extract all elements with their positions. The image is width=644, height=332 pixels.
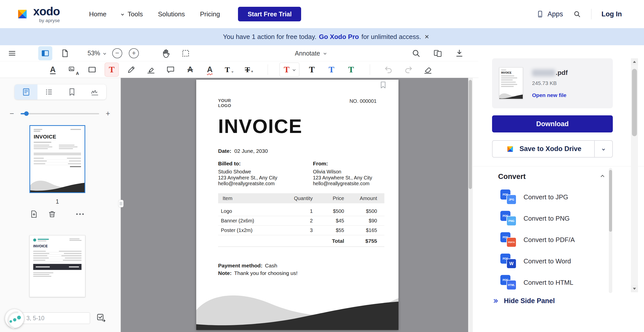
nav-tools[interactable]: Tools [122,10,143,18]
squiggly-underline-tool[interactable]: A [203,63,217,77]
text-style-red-dropdown[interactable]: T [279,63,299,77]
zoom-in-button[interactable]: + [129,48,139,58]
page-view-button[interactable] [58,46,72,60]
mode-dropdown[interactable]: Annotate [290,47,331,59]
select-pages-button[interactable] [96,313,107,324]
page-bookmark-icon[interactable] [380,81,386,89]
table-row: Banner (2x6m) 2 $45 $90 [218,216,384,226]
convert-to-html[interactable]: PDF HTML Convert to HTML [500,275,575,290]
convert-to-word[interactable]: PDF W Convert to Word [500,254,575,269]
convert-to-png[interactable]: PDF PNG Convert to PNG [500,211,575,226]
banner-close-button[interactable]: × [425,32,429,41]
pdf-page[interactable]: YOUR LOGO NO. 000001 INVOICE Date:02 Jun… [196,80,398,330]
main-toolbar: 53% − + Annotate [0,45,478,61]
page-thumbnail-1[interactable]: INVOICE [29,125,85,193]
convert-scrollbar[interactable] [609,168,612,293]
tab-signatures[interactable] [83,84,106,100]
login-link[interactable]: Log In [601,10,622,18]
invoice-table: Item Quantity Price Amount Logo 1 $500 $… [218,193,384,247]
start-free-trial-button[interactable]: Start Free Trial [238,7,301,21]
panel-scrollbar[interactable] [631,58,638,292]
search-document-button[interactable] [409,46,423,60]
xodo-drive-icon [505,144,515,154]
go-xodo-pro-link[interactable]: Go Xodo Pro [319,33,359,41]
strikethrough-tool[interactable]: A [183,63,197,77]
text-style-green[interactable]: T [344,63,358,77]
zoom-level-dropdown[interactable]: 53% [88,50,106,57]
delete-page-icon[interactable] [48,210,57,219]
viewer-scrollbar[interactable] [468,78,472,332]
apps-menu[interactable]: Apps [536,10,563,18]
compare-pages-button[interactable] [431,46,445,60]
download-button[interactable]: Download [492,115,613,132]
text-style-black[interactable]: T [305,63,319,77]
undo-icon [384,65,393,74]
thumbnail-larger-button[interactable]: + [103,109,113,118]
brand-byline: by apryse [39,18,60,23]
free-text-tool-active[interactable]: T [105,63,119,77]
zoom-out-button[interactable]: − [112,48,122,58]
save-options-caret[interactable] [594,141,612,157]
search-icon [411,49,421,58]
highlighter-tool[interactable] [144,63,158,77]
convert-section-header[interactable]: Convert [498,172,604,181]
file-format-icon: PDF JPG [500,189,516,205]
viewer-scrollbar-thumb[interactable] [469,80,472,189]
nav-home[interactable]: Home [89,10,106,18]
nav-solutions[interactable]: Solutions [158,10,185,18]
banner-text: You have 1 action for free today. [223,33,316,41]
insert-page-icon[interactable] [29,210,38,219]
callout-tool[interactable]: A [65,63,79,77]
double-chevron-right-icon [494,300,497,302]
convert-to-jpg[interactable]: PDF JPG Convert to JPG [500,189,575,205]
tab-bookmarks[interactable] [60,84,83,100]
table-total-row: Total $755 [218,235,384,247]
eraser-tool[interactable] [421,63,435,77]
top-nav: xodo by apryse Home Tools Solutions Pric… [0,0,644,28]
convert-to-pdfa[interactable]: PDF PDF/A Convert to PDF/A [500,232,575,247]
text-underline-tool[interactable]: A [46,63,60,77]
annotation-toolbar: A A T [0,61,478,78]
search-icon[interactable] [573,10,581,18]
convert-scrollbar-thumb[interactable] [609,170,612,232]
file-name: .pdf [532,69,568,77]
cookie-widget[interactable] [5,309,24,328]
menu-button[interactable] [7,46,18,60]
comment-tool[interactable] [164,63,178,77]
tab-thumbnails[interactable] [15,84,37,100]
open-new-file-link[interactable]: Open new file [532,92,568,98]
save-to-drive-button[interactable]: Save to Xodo Drive [492,140,613,158]
brand-name: xodo [33,6,60,17]
slider-knob[interactable] [24,111,29,116]
rectangle-tool[interactable] [85,63,99,77]
scroll-up-arrow[interactable] [631,58,638,65]
invoice-logo-placeholder: YOUR LOGO [218,98,231,108]
insert-text-tool[interactable]: T⌄ [222,63,236,77]
panel-scrollbar-thumb[interactable] [632,69,637,136]
pan-tool-button[interactable] [159,46,174,60]
pen-icon [127,65,136,74]
xodo-app: xodo by apryse Home Tools Solutions Pric… [0,0,644,332]
undo-button[interactable] [382,63,396,77]
tab-outline[interactable] [37,84,60,100]
pages-sidebar: − + INVOICE [0,78,120,332]
page-range-input[interactable] [22,312,90,324]
pen-tool[interactable] [124,63,138,77]
redo-button[interactable] [401,63,415,77]
text-style-blue[interactable]: T [325,63,339,77]
document-viewer: YOUR LOGO NO. 000001 INVOICE Date:02 Jun… [121,78,472,332]
scroll-down-arrow[interactable] [631,285,638,292]
toggle-left-panel-button[interactable] [38,46,52,60]
slider-track[interactable] [21,113,99,114]
replace-text-tool[interactable]: T+ [242,63,256,77]
convert-section: Convert PDF JPG Convert to JPG PDF PNG [473,166,644,294]
hide-side-panel-button[interactable]: Hide Side Panel [494,297,555,305]
sidebar-resize-handle[interactable] [118,200,124,207]
more-actions-icon[interactable] [76,213,85,215]
download-document-button[interactable] [452,46,466,60]
nav-pricing[interactable]: Pricing [200,10,220,18]
select-tool-button[interactable] [179,46,193,60]
xodo-logo[interactable]: xodo by apryse [15,6,60,23]
page-thumbnail-2[interactable]: INVOICE [29,235,85,297]
thumbnail-smaller-button[interactable]: − [7,109,17,118]
